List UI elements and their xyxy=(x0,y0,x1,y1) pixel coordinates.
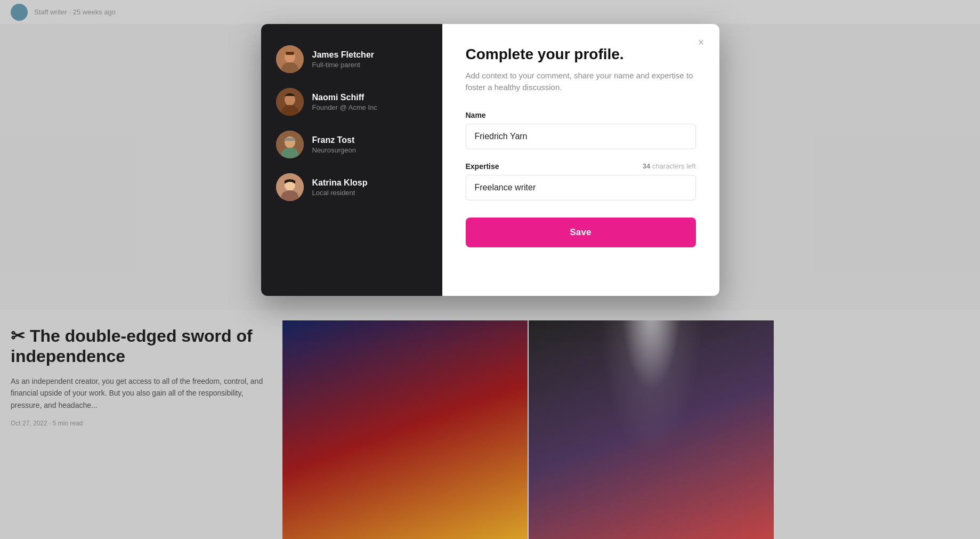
counter-number: 34 xyxy=(643,162,650,170)
close-button[interactable]: × xyxy=(694,35,709,50)
profile-name: Franz Tost xyxy=(312,135,356,145)
list-item: Naomi Schiff Founder @ Acme Inc xyxy=(276,88,427,116)
form-panel: × Complete your profile. Add context to … xyxy=(442,24,719,296)
svg-rect-10 xyxy=(285,138,295,141)
list-item: Franz Tost Neurosurgeon xyxy=(276,131,427,158)
name-input[interactable] xyxy=(466,124,696,149)
list-item: Katrina Klosp Local resident xyxy=(276,173,427,201)
svg-rect-3 xyxy=(286,52,294,55)
expertise-field-group: Expertise 34 characters left xyxy=(466,162,696,200)
profiles-panel: James Fletcher Full-time parent Naomi Sc… xyxy=(261,24,442,296)
profile-role: Local resident xyxy=(312,189,368,197)
modal-subtitle: Add context to your comment, share your … xyxy=(466,70,696,94)
svg-point-2 xyxy=(281,62,298,73)
profile-info-katrina: Katrina Klosp Local resident xyxy=(312,178,368,197)
avatar-naomi xyxy=(276,88,304,116)
expertise-label-row: Expertise 34 characters left xyxy=(466,162,696,171)
profile-info-naomi: Naomi Schiff Founder @ Acme Inc xyxy=(312,93,377,111)
profile-modal: James Fletcher Full-time parent Naomi Sc… xyxy=(261,24,719,296)
modal-overlay: James Fletcher Full-time parent Naomi Sc… xyxy=(0,0,980,539)
profile-role: Founder @ Acme Inc xyxy=(312,103,377,111)
character-counter: 34 characters left xyxy=(643,162,696,170)
name-field-group: Name xyxy=(466,111,696,149)
profile-name: Naomi Schiff xyxy=(312,93,377,102)
profile-role: Neurosurgeon xyxy=(312,146,356,154)
avatar-james xyxy=(276,45,304,73)
expertise-label: Expertise xyxy=(466,162,499,171)
list-item: James Fletcher Full-time parent xyxy=(276,45,427,73)
counter-text: characters left xyxy=(652,162,696,170)
avatar-franz xyxy=(276,131,304,158)
profile-name: James Fletcher xyxy=(312,50,375,60)
name-label: Name xyxy=(466,111,486,119)
name-label-row: Name xyxy=(466,111,696,119)
expertise-input[interactable] xyxy=(466,175,696,200)
modal-title: Complete your profile. xyxy=(466,45,696,63)
profile-name: Katrina Klosp xyxy=(312,178,368,188)
profile-role: Full-time parent xyxy=(312,61,375,69)
avatar-katrina xyxy=(276,173,304,201)
profile-info-franz: Franz Tost Neurosurgeon xyxy=(312,135,356,154)
save-button[interactable]: Save xyxy=(466,218,696,247)
profile-info-james: James Fletcher Full-time parent xyxy=(312,50,375,69)
